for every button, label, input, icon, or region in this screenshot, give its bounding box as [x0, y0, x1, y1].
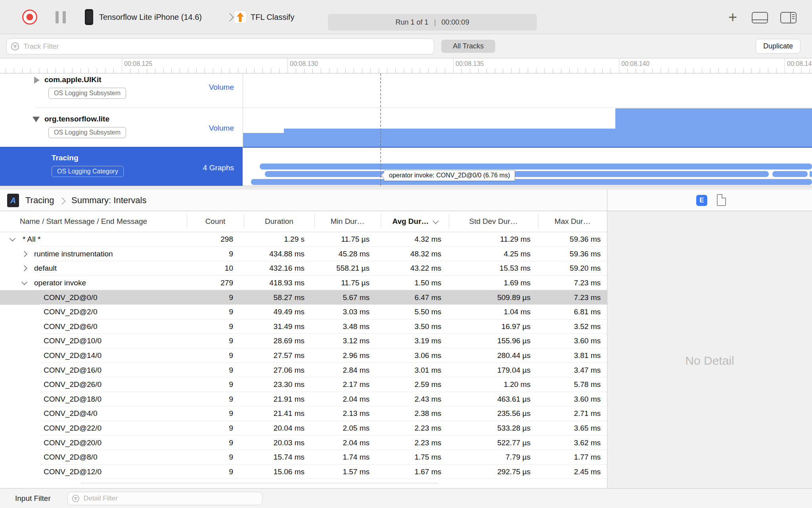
app-target-label[interactable]: TFL Classify [251, 0, 294, 34]
duplicate-button[interactable]: Duplicate [756, 39, 801, 54]
column-separator[interactable] [381, 214, 381, 229]
track-filter-input[interactable] [6, 38, 434, 54]
pause-icon[interactable] [56, 11, 66, 23]
table-row[interactable]: CONV_2D@18/0921.91 ms2.04 ms2.43 ms463.6… [0, 392, 607, 407]
track-header-divider[interactable] [243, 73, 243, 148]
table-row[interactable]: CONV_2D@8/0915.74 ms1.74 ms1.75 ms7.79 µ… [0, 450, 607, 465]
table-row[interactable]: runtime instrumentation9434.88 ms45.28 m… [0, 247, 607, 262]
ruler-tick [495, 69, 495, 73]
disclosure-collapsed-icon[interactable] [34, 77, 40, 84]
disclosure-expanded-icon[interactable] [33, 117, 40, 122]
trace-interval-bar[interactable] [260, 164, 812, 169]
column-header[interactable]: Min Dur… [314, 211, 381, 232]
iphone-device-icon [85, 9, 93, 25]
track-label-uikit[interactable]: com.apple.UIKit OS Logging Subsystem Vol… [0, 73, 243, 108]
cell-duration: 27.06 ms [274, 366, 304, 375]
track-row-uikit[interactable]: com.apple.UIKit OS Logging Subsystem Vol… [0, 73, 812, 108]
cell-duration: 15.74 ms [274, 453, 304, 462]
table-row[interactable]: CONV_2D@26/0923.30 ms2.17 ms2.59 ms1.20 … [0, 377, 607, 392]
cell-name: CONV_2D@2/0 [44, 308, 97, 316]
cell-duration: 21.91 ms [274, 395, 304, 404]
breadcrumb-instrument[interactable]: Tracing [25, 190, 54, 211]
cell-std: 522.77 µs [497, 439, 530, 447]
column-header[interactable]: Avg Dur… [381, 211, 449, 232]
disclosure-expanded-icon[interactable] [10, 235, 16, 242]
table-row[interactable]: * All *2981.29 s11.75 µs4.32 ms11.29 ms5… [0, 232, 607, 247]
table-row[interactable]: operator invoke279418.93 ms11.75 µs1.50 … [0, 276, 607, 291]
table-row[interactable]: default10432.16 ms558.21 µs43.22 ms15.53… [0, 261, 607, 276]
column-header[interactable]: Duration [244, 211, 314, 232]
table-row[interactable]: CONV_2D@2/0949.49 ms3.03 ms5.50 ms1.04 m… [0, 305, 607, 319]
table-row[interactable]: CONV_2D@14/0927.57 ms2.96 ms3.06 ms280.4… [0, 348, 607, 363]
track-graph-tracing[interactable]: operator invoke: CONV_2D@0/0 (6.76 ms) [243, 148, 812, 186]
track-graph-volume[interactable] [243, 108, 812, 148]
all-tracks-button[interactable]: All Tracks [441, 40, 495, 53]
trace-interval-bar[interactable] [810, 171, 812, 177]
cell-avg: 1.67 ms [414, 468, 441, 476]
track-detail-label[interactable]: Volume [209, 124, 234, 133]
table-row[interactable]: CONV_2D@12/0915.06 ms1.57 ms1.67 ms292.7… [0, 465, 607, 479]
timeline-ruler[interactable]: 00:08.12500:08.13000:08.13500:08.14000:0… [0, 58, 812, 73]
trace-interval-bar[interactable] [772, 171, 808, 177]
disclosure-collapsed-icon[interactable] [21, 266, 28, 272]
track-filter-field[interactable] [23, 42, 430, 51]
column-header[interactable]: Std Dev Dur… [449, 211, 538, 232]
volume-bar[interactable] [243, 133, 284, 148]
ruler-tick [810, 69, 810, 73]
column-header[interactable]: Max Dur… [538, 211, 607, 232]
table-row[interactable]: CONV_2D@10/0928.69 ms3.12 ms3.19 ms155.9… [0, 334, 607, 348]
trace-interval-bar[interactable] [265, 171, 769, 177]
column-separator[interactable] [314, 214, 315, 229]
document-icon[interactable] [717, 194, 726, 206]
cell-min: 3.48 ms [343, 322, 370, 331]
breadcrumb-page[interactable]: Summary: Intervals [71, 190, 147, 211]
track-row-tracing[interactable]: Tracing OS Logging Category 4 Graphs ope… [0, 148, 812, 186]
detail-filter-field[interactable] [83, 494, 258, 503]
track-detail-label[interactable]: Volume [209, 83, 234, 92]
table-row[interactable]: CONV_2D@6/0931.49 ms3.48 ms3.50 ms16.97 … [0, 319, 607, 334]
track-label-tensorflow[interactable]: org.tensorflow.lite OS Logging Subsystem… [0, 108, 243, 148]
ruler-tick [702, 69, 702, 73]
ruler-tick [105, 69, 105, 73]
cell-count: 9 [229, 468, 233, 476]
extended-detail-button[interactable]: E [696, 195, 707, 206]
device-target-label[interactable]: Tensorflow Lite iPhone (14.6) [99, 0, 202, 34]
volume-bar[interactable] [284, 129, 615, 148]
table-row[interactable]: CONV_2D@22/0920.04 ms2.05 ms2.23 ms533.2… [0, 421, 607, 436]
cell-min: 558.21 µs [336, 264, 370, 273]
right-panel-toggle-icon[interactable] [780, 12, 797, 23]
playhead-line[interactable] [380, 73, 381, 186]
bottom-panel-toggle-icon[interactable] [752, 12, 768, 23]
track-graph-uikit[interactable] [243, 73, 812, 108]
pane-resize-strip[interactable] [0, 186, 812, 190]
cell-std: 1.20 ms [504, 380, 530, 389]
table-row[interactable]: CONV_2D@4/0921.41 ms2.13 ms2.38 ms235.56… [0, 406, 607, 421]
cell-name: CONV_2D@16/0 [44, 366, 102, 375]
detail-pane: No Detail [607, 211, 812, 488]
column-header[interactable]: Count [187, 211, 244, 232]
disclosure-expanded-icon[interactable] [21, 279, 28, 285]
table-row[interactable]: CONV_2D@16/0927.06 ms2.84 ms3.01 ms179.0… [0, 363, 607, 377]
detail-filter-input[interactable] [67, 492, 262, 505]
volume-bar[interactable] [615, 108, 812, 148]
cell-std: 235.56 µs [497, 409, 530, 418]
column-separator[interactable] [244, 214, 244, 229]
cell-name: default [34, 264, 57, 273]
add-instrument-icon[interactable]: + [724, 7, 741, 27]
record-icon[interactable] [22, 10, 37, 25]
cell-std: 155.96 µs [497, 337, 530, 345]
trace-interval-bar[interactable] [251, 179, 812, 185]
ruler-tick [163, 69, 164, 73]
table-row[interactable]: CONV_2D@20/0920.03 ms2.04 ms2.23 ms522.7… [0, 435, 607, 450]
column-separator[interactable] [187, 214, 187, 229]
column-separator[interactable] [449, 214, 449, 229]
table-row[interactable]: CONV_2D@0/0958.27 ms5.67 ms6.47 ms509.89… [0, 290, 607, 305]
track-label-tracing[interactable]: Tracing OS Logging Category 4 Graphs [0, 148, 243, 186]
track-detail-label[interactable]: 4 Graphs [203, 164, 234, 172]
disclosure-collapsed-icon[interactable] [21, 251, 28, 257]
cell-count: 9 [229, 250, 233, 258]
column-header[interactable]: Name / Start Message / End Message [0, 211, 187, 232]
track-name: org.tensorflow.lite [44, 115, 109, 123]
track-row-tensorflow[interactable]: org.tensorflow.lite OS Logging Subsystem… [0, 108, 812, 148]
column-separator[interactable] [538, 214, 538, 229]
